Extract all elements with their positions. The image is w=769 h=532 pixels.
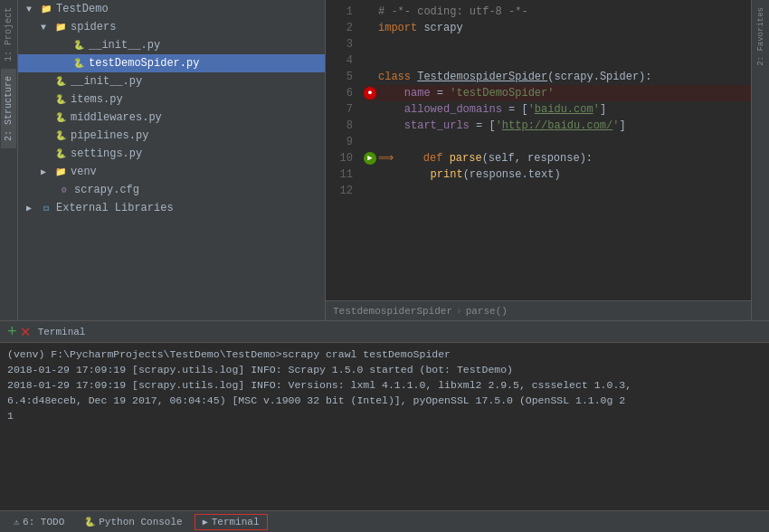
tree-item-testdemo[interactable]: ▼ 📁 TestDemo <box>18 0 325 18</box>
spacer <box>36 74 51 89</box>
code-line-8: start_urls = ['http://baidu.com/'] <box>364 118 751 134</box>
todo-tab[interactable]: ⚠ 6: TODO <box>5 514 72 530</box>
tree-item-init2[interactable]: 🐍 __init__.py <box>18 72 325 90</box>
terminal-add-btn[interactable]: + <box>7 324 17 340</box>
terminal-title: Terminal <box>38 327 86 337</box>
python-icon: 🐍 <box>84 517 95 527</box>
tree-label: testDemoSpider.py <box>89 57 199 70</box>
todo-icon: ⚠ <box>14 517 19 527</box>
tree-label: __init__.py <box>71 75 142 88</box>
breadcrumb-bar: TestdemospiderSpider › parse() <box>326 300 751 320</box>
line-11-text: print(response.text) <box>378 166 561 183</box>
py-icon: 🐍 <box>53 147 68 161</box>
code-view[interactable]: 1 2 3 4 5 6 7 8 9 10 11 12 <box>326 0 751 300</box>
code-line-11: print(response.text) <box>364 166 751 183</box>
terminal-close-btn[interactable]: ✕ <box>21 324 31 340</box>
line-5-text: class TestdemospiderSpider(scrapy.Spider… <box>378 69 652 85</box>
expand-icon: ▶ <box>36 165 51 179</box>
terminal-line-1: (venv) F:\PycharmProjects\TestDemo\TestD… <box>7 347 762 362</box>
tree-label: settings.py <box>71 147 142 160</box>
favorites-tab[interactable]: 2: Favorites <box>754 0 768 73</box>
gutter-10-arrow: ⟹ <box>378 150 394 166</box>
tree-item-items[interactable]: 🐍 items.py <box>18 90 325 109</box>
tree-item-ext-libs[interactable]: ▶ ⚃ External Libraries <box>18 199 325 217</box>
tree-label: spiders <box>71 21 116 33</box>
structure-tab[interactable]: 2: Structure <box>1 69 16 148</box>
code-lines: # -*- coding: utf-8 -*- import scrapy <box>360 4 751 300</box>
tree-item-testdemospider[interactable]: 🐍 testDemoSpider.py <box>18 54 325 72</box>
tree-label: __init__.py <box>89 39 160 52</box>
terminal-tab-label: Terminal <box>212 517 260 527</box>
terminal-content[interactable]: (venv) F:\PycharmProjects\TestDemo\TestD… <box>0 343 769 510</box>
terminal-line-5: 1 <box>7 408 762 423</box>
code-line-2: import scrapy <box>364 20 751 36</box>
todo-label: 6: TODO <box>23 517 64 527</box>
tree-item-spiders[interactable]: ▼ 📁 spiders <box>18 18 325 36</box>
editor-area: 1 2 3 4 5 6 7 8 9 10 11 12 <box>326 0 751 320</box>
tree-label: middlewares.py <box>71 111 162 124</box>
gutter-6-bp[interactable]: ● <box>364 87 376 100</box>
terminal-line-4: 6.4:d48eceb, Dec 19 2017, 06:04:45) [MSC… <box>7 393 762 408</box>
expand-icon: ▼ <box>22 2 36 16</box>
python-console-tab[interactable]: 🐍 Python Console <box>76 514 190 530</box>
tree-item-pipelines[interactable]: 🐍 pipelines.py <box>18 127 325 145</box>
expand-icon: ▼ <box>36 20 51 34</box>
tree-label: scrapy.cfg <box>74 184 139 196</box>
py-icon: 🐍 <box>71 56 86 71</box>
code-line-7: allowed_domains = ['baidu.com'] <box>364 101 751 118</box>
breadcrumb-sep: › <box>456 306 462 317</box>
code-line-12 <box>364 183 751 199</box>
spacer <box>36 128 51 143</box>
terminal-icon: ▶ <box>203 517 208 527</box>
project-tab[interactable]: 1: Project <box>1 0 16 69</box>
tree-label: pipelines.py <box>71 129 148 142</box>
terminal-header: + ✕ Terminal <box>0 321 769 343</box>
code-line-5: class TestdemospiderSpider(scrapy.Spider… <box>364 69 751 85</box>
spacer <box>36 147 51 161</box>
cfg-icon: ⚙ <box>57 183 71 197</box>
python-console-label: Python Console <box>99 517 182 527</box>
breadcrumb-method[interactable]: parse() <box>466 306 508 317</box>
code-line-4 <box>364 52 751 69</box>
sidebar-tree: ▼ 📁 TestDemo ▼ 📁 spiders 🐍 __init__.py 🐍… <box>18 0 325 320</box>
tree-label: External Libraries <box>56 202 174 214</box>
line-2-text: import scrapy <box>378 20 463 36</box>
line-10-text: def parse(self, response): <box>397 150 593 166</box>
spacer <box>54 38 69 52</box>
code-line-3 <box>364 36 751 52</box>
line-6-text: name = 'testDemoSpider' <box>378 85 554 101</box>
py-icon: 🐍 <box>53 128 68 143</box>
tree-item-scrapy-cfg[interactable]: ⚙ scrapy.cfg <box>18 181 325 199</box>
terminal-tab[interactable]: ▶ Terminal <box>195 514 268 530</box>
tree-label: venv <box>71 166 97 178</box>
code-line-10: ▶ ⟹ def parse(self, response): <box>364 150 751 166</box>
spacer <box>36 92 51 107</box>
code-line-6: ● name = 'testDemoSpider' <box>364 85 751 101</box>
line-8-text: start_urls = ['http://baidu.com/'] <box>378 118 626 134</box>
tree-item-settings[interactable]: 🐍 settings.py <box>18 145 325 163</box>
line-1-text: # -*- coding: utf-8 -*- <box>378 4 528 20</box>
py-icon: 🐍 <box>53 74 68 89</box>
spacer <box>40 183 54 197</box>
line-7-text: allowed_domains = ['baidu.com'] <box>378 101 606 118</box>
folder-icon: 📁 <box>53 165 68 179</box>
line-numbers: 1 2 3 4 5 6 7 8 9 10 11 12 <box>326 4 360 300</box>
project-sidebar: ▼ 📁 TestDemo ▼ 📁 spiders 🐍 __init__.py 🐍… <box>18 0 326 320</box>
status-bar: ⚠ 6: TODO 🐍 Python Console ▶ Terminal <box>0 510 769 532</box>
tree-label: TestDemo <box>56 3 109 15</box>
tree-item-init1[interactable]: 🐍 __init__.py <box>18 36 325 54</box>
py-icon: 🐍 <box>71 38 86 52</box>
spacer <box>36 110 51 125</box>
tree-item-middlewares[interactable]: 🐍 middlewares.py <box>18 109 325 127</box>
main-area: 1: Project 2: Structure ▼ 📁 TestDemo ▼ 📁… <box>0 0 769 320</box>
lib-icon: ⚃ <box>39 201 53 215</box>
py-icon: 🐍 <box>53 110 68 125</box>
code-line-9 <box>364 134 751 150</box>
tree-item-venv[interactable]: ▶ 📁 venv <box>18 163 325 181</box>
py-icon: 🐍 <box>53 92 68 107</box>
gutter-10-run[interactable]: ▶ <box>364 152 376 165</box>
breadcrumb-class[interactable]: TestdemospiderSpider <box>333 306 452 317</box>
spacer <box>54 56 69 71</box>
editor-content: 1 2 3 4 5 6 7 8 9 10 11 12 <box>326 0 751 320</box>
terminal-line-3: 2018-01-29 17:09:19 [scrapy.utils.log] I… <box>7 377 762 393</box>
